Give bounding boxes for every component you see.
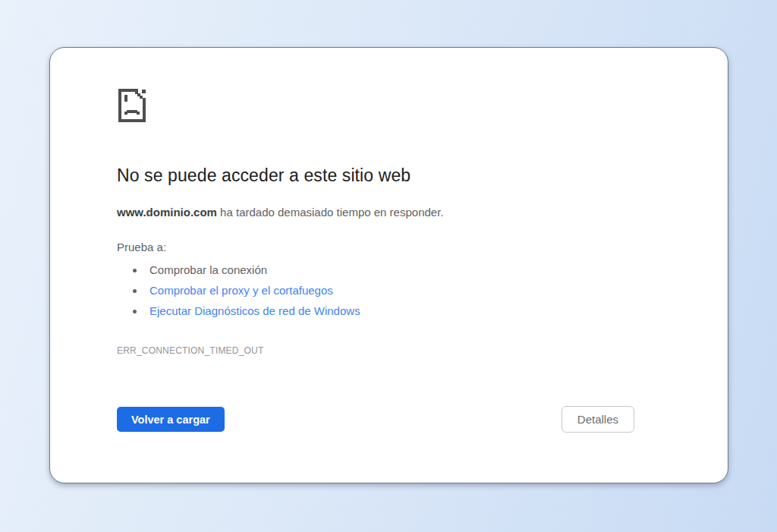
- domain-name: www.dominio.com: [117, 206, 217, 219]
- error-message-text: ha tardado demasiado tiempo en responder…: [217, 206, 444, 219]
- suggestion-check-proxy: Comprobar el proxy y el cortafuegos: [145, 280, 634, 301]
- suggestion-run-diagnostics: Ejecutar Diagnósticos de red de Windows: [145, 301, 634, 321]
- error-card: No se puede acceder a este sitio web www…: [49, 47, 728, 483]
- error-code: ERR_CONNECTION_TIMED_OUT: [117, 345, 634, 356]
- suggestions-intro: Prueba a:: [117, 241, 634, 253]
- error-title: No se puede acceder a este sitio web: [117, 164, 634, 187]
- sad-page-icon: [117, 87, 147, 124]
- error-card-content: No se puede acceder a este sitio web www…: [50, 48, 728, 433]
- reload-button[interactable]: Volver a cargar: [117, 407, 225, 432]
- suggestion-check-connection: Comprobar la conexión: [145, 260, 634, 280]
- suggestions-list: Comprobar la conexión Comprobar el proxy…: [117, 260, 634, 321]
- button-row: Volver a cargar Detalles: [117, 406, 634, 433]
- error-message: www.dominio.com ha tardado demasiado tie…: [117, 205, 634, 220]
- details-button[interactable]: Detalles: [562, 406, 634, 433]
- check-proxy-link[interactable]: Comprobar el proxy y el cortafuegos: [149, 284, 333, 297]
- run-diagnostics-link[interactable]: Ejecutar Diagnósticos de red de Windows: [149, 304, 360, 317]
